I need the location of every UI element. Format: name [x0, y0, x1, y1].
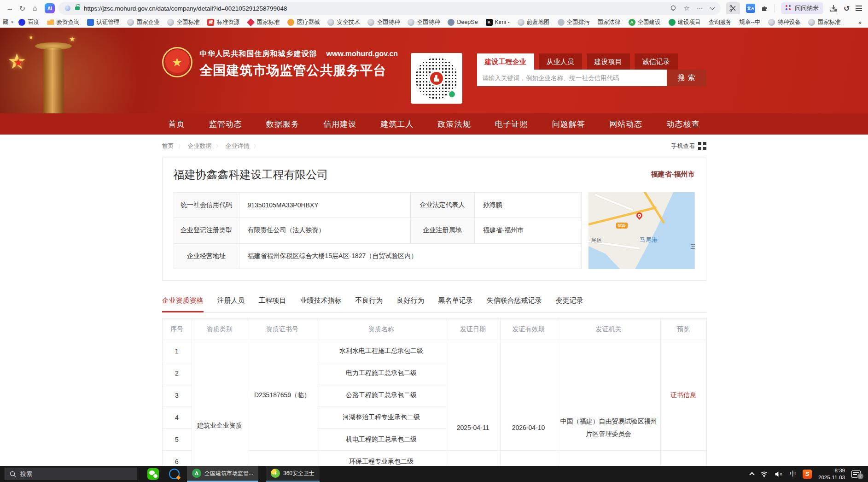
square-icon: 标: [207, 19, 214, 26]
search-tab-3[interactable]: 诚信记录: [635, 53, 678, 70]
nano-assistant-button[interactable]: 问问纳米: [781, 2, 823, 14]
bookmark-item[interactable]: 全国标准: [167, 18, 199, 26]
site-banner: ★ ★ ★ ★ ★ 中华人民共和国住房和城乡建设部www.mohurd.gov.…: [0, 28, 868, 113]
qual-name: 水利水电工程施工总承包二级: [317, 340, 446, 362]
refresh-icon[interactable]: ↻: [16, 4, 29, 13]
qq-icon[interactable]: [169, 469, 180, 479]
nav-item-3[interactable]: 信用建设: [323, 119, 356, 129]
bookmark-item[interactable]: 医疗器械: [287, 18, 320, 26]
keyword-search-input[interactable]: [477, 70, 667, 86]
page-content: 首页〉企业数据〉企业详情〉 手机查看 福建协鑫鑫科建设工程有限公司 福建省-福州…: [0, 135, 868, 482]
browser-menu-icon[interactable]: [856, 6, 862, 11]
nav-item-2[interactable]: 数据服务: [266, 119, 299, 129]
extensions-puzzle-icon[interactable]: [761, 5, 769, 12]
bookmark-item[interactable]: 国家法律: [598, 18, 621, 26]
notification-badge: 2: [857, 473, 864, 480]
bookmark-item[interactable]: A全国建设: [629, 18, 661, 26]
download-icon[interactable]: [829, 5, 838, 12]
bookmark-item[interactable]: 全国排污: [558, 18, 590, 26]
screenshot-scissors-icon[interactable]: [726, 2, 740, 14]
translate-icon[interactable]: 文A: [746, 4, 755, 13]
taskbar-app-360[interactable]: + 360安全卫士: [266, 466, 320, 482]
address-bar[interactable]: https://jzsc.mohurd.gov.cn/data/company/…: [58, 2, 721, 15]
bookmark-label: 认证管理: [96, 18, 119, 26]
tab-1[interactable]: 注册人员: [217, 296, 245, 312]
bookmark-item[interactable]: 国家标准: [808, 18, 840, 26]
app-title: 360安全卫士: [283, 470, 315, 477]
bookmark-item[interactable]: 规章--中: [740, 18, 761, 26]
bookmark-item[interactable]: 百度: [18, 18, 39, 26]
breadcrumb-link[interactable]: 企业数据: [188, 142, 212, 150]
reading-mode-icon[interactable]: [670, 5, 677, 12]
nav-item-6[interactable]: 电子证照: [495, 119, 528, 129]
taskbar-search-box[interactable]: 搜索: [5, 468, 137, 480]
ai-extension-icon[interactable]: AI: [45, 3, 55, 13]
wifi-icon[interactable]: [760, 471, 768, 477]
search-tab-2[interactable]: 建设项目: [587, 53, 630, 70]
bookmark-item[interactable]: 安全技术: [327, 18, 360, 26]
sogou-input-icon[interactable]: S: [803, 470, 812, 479]
nav-item-8[interactable]: 网站动态: [609, 119, 642, 129]
bookmark-item[interactable]: 蔚蓝地图: [518, 18, 550, 26]
bookmark-item[interactable]: 认证管理: [87, 18, 119, 26]
taskbar-app-browser[interactable]: A 全国建筑市场监管...: [187, 466, 258, 482]
search-button[interactable]: 搜索: [667, 70, 706, 86]
bookmark-item[interactable]: 国家标准: [247, 18, 280, 26]
tab-6[interactable]: 黑名单记录: [438, 296, 473, 312]
wechat-icon[interactable]: [147, 468, 159, 480]
bookmark-label: 全国特种: [417, 18, 440, 26]
dropdown-chevron-icon[interactable]: [710, 5, 715, 10]
search-tab-1[interactable]: 从业人员: [539, 53, 582, 70]
tab-2[interactable]: 工程项目: [259, 296, 286, 312]
bookmark-item[interactable]: 国家企业: [127, 18, 159, 26]
bookmark-item[interactable]: 全国特种: [367, 18, 400, 26]
bookmark-item[interactable]: 全国特种: [408, 18, 440, 26]
site-info-icon[interactable]: [65, 6, 70, 11]
location-map[interactable]: G15 马尾港 尾区 三: [588, 192, 695, 269]
circle-icon: [287, 19, 294, 26]
bookmarks-overflow-icon[interactable]: »: [858, 19, 865, 26]
tab-3[interactable]: 业绩技术指标: [300, 296, 342, 312]
credit-code-value: 91350105MA33P0HBXY: [239, 193, 410, 218]
tab-8[interactable]: 变更记录: [556, 296, 583, 312]
ime-indicator[interactable]: 中: [790, 470, 796, 478]
tab-5[interactable]: 良好行为: [397, 296, 425, 312]
bookmark-item[interactable]: 特种设备: [768, 18, 800, 26]
tab-4[interactable]: 不良行为: [355, 296, 383, 312]
forward-icon[interactable]: →: [4, 4, 16, 12]
bookmark-item[interactable]: 查询服务: [709, 18, 732, 26]
tray-expand-icon[interactable]: [749, 472, 754, 477]
nav-item-4[interactable]: 建筑工人: [380, 119, 414, 129]
favorites-caret-icon[interactable]: ▼: [11, 20, 14, 24]
notification-center-icon[interactable]: 2: [851, 470, 861, 478]
volume-muted-icon[interactable]: ×: [775, 471, 783, 477]
undo-icon[interactable]: ↺: [844, 4, 850, 13]
bookmark-item[interactable]: 标标准资源: [207, 18, 239, 26]
nav-item-1[interactable]: 监管动态: [209, 119, 242, 129]
bookmark-item[interactable]: 验资查询: [47, 18, 79, 26]
breadcrumb-link[interactable]: 首页: [162, 142, 174, 150]
breadcrumb-link[interactable]: 企业详情: [226, 142, 250, 150]
tab-0[interactable]: 企业资质资格: [162, 296, 204, 312]
reg-region-label: 企业注册属地: [410, 218, 474, 243]
bookmark-item[interactable]: DeepSe: [448, 19, 478, 26]
legal-rep-label: 企业法定代表人: [410, 193, 474, 218]
more-options-icon[interactable]: ⋯: [697, 5, 704, 12]
url-text[interactable]: https://jzsc.mohurd.gov.cn/data/company/…: [84, 5, 670, 12]
bookmark-star-icon[interactable]: ☆: [684, 4, 690, 12]
nav-item-7[interactable]: 问题解答: [552, 119, 585, 129]
favorites-folder-label[interactable]: 藏: [3, 18, 9, 26]
home-icon[interactable]: ⌂: [29, 4, 41, 12]
tab-7[interactable]: 失信联合惩戒记录: [487, 296, 542, 312]
nav-item-0[interactable]: 首页: [169, 119, 185, 129]
bookmark-label: 规章--中: [740, 18, 761, 26]
taskbar-clock[interactable]: 8:39 2025-11-03: [818, 467, 845, 481]
cert-info-link[interactable]: 证书信息: [670, 391, 696, 399]
mobile-view-button[interactable]: 手机查看: [671, 142, 706, 150]
nav-item-5[interactable]: 政策法规: [438, 119, 471, 129]
col-preview: 预览: [660, 319, 706, 340]
search-tab-0[interactable]: 建设工程企业: [477, 53, 534, 70]
nav-item-9[interactable]: 动态核查: [666, 119, 699, 129]
bookmark-item[interactable]: KKimi -: [486, 19, 510, 26]
bookmark-item[interactable]: 建设项目: [669, 18, 701, 26]
